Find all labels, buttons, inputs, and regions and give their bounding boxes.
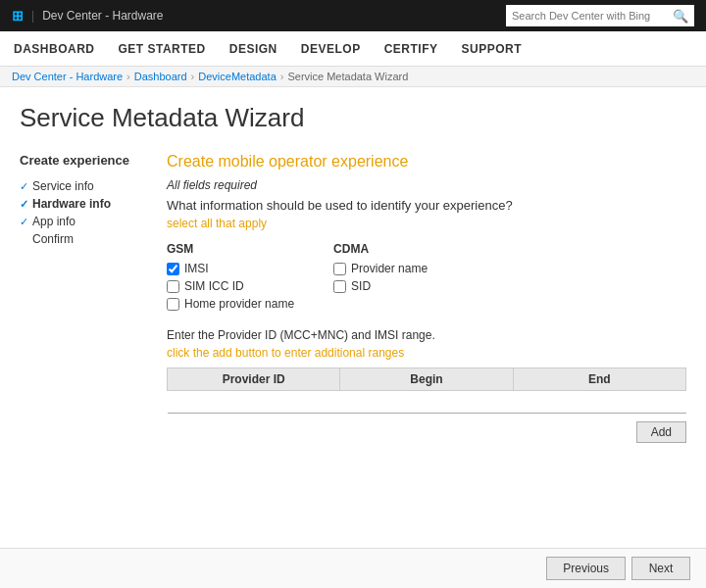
end-input[interactable]: [513, 391, 685, 414]
sidebar-label-confirm: Confirm: [32, 232, 74, 246]
nav-bar: DASHBOARD GET STARTED DESIGN DEVELOP CER…: [0, 31, 706, 67]
end-cell: [513, 391, 685, 415]
sid-label[interactable]: SID: [351, 279, 371, 293]
question-text: What information should be used to ident…: [167, 198, 686, 213]
sidebar-item-service-info[interactable]: ✓ Service info: [20, 177, 137, 195]
breadcrumb-sep2: ›: [191, 71, 195, 82]
nav-dashboard[interactable]: DASHBOARD: [12, 31, 97, 67]
col-begin: Begin: [340, 368, 513, 391]
content-layout: Create experience ✓ Service info ✓ Hardw…: [20, 153, 686, 459]
provider-table: Provider ID Begin End: [167, 368, 686, 414]
checkboxes-section: GSM IMSI SIM ICC ID Home provider name: [167, 242, 686, 315]
cdma-title: CDMA: [333, 242, 428, 256]
home-provider-label[interactable]: Home provider name: [184, 297, 294, 311]
page-title: Service Metadata Wizard: [20, 103, 686, 133]
imsi-checkbox-row: IMSI: [167, 262, 294, 275]
sidebar-item-hardware-info[interactable]: ✓ Hardware info: [20, 195, 137, 213]
sidebar-check-service-info: ✓: [20, 180, 28, 193]
table-row: [168, 391, 686, 415]
sim-icc-checkbox[interactable]: [167, 280, 179, 293]
sidebar-check-hardware-info: ✓: [20, 198, 28, 211]
top-bar-left: ⊞ | Dev Center - Hardware: [12, 8, 164, 24]
nav-certify[interactable]: CERTIFY: [382, 31, 440, 67]
page: Service Metadata Wizard Create experienc…: [0, 87, 706, 474]
sim-icc-checkbox-row: SIM ICC ID: [167, 279, 294, 293]
gsm-title: GSM: [167, 242, 294, 256]
breadcrumb-sep1: ›: [126, 71, 130, 82]
col-end: End: [513, 368, 685, 391]
begin-input[interactable]: [340, 391, 513, 414]
top-bar-title: Dev Center - Hardware: [42, 9, 163, 23]
breadcrumb: Dev Center - Hardware › Dashboard › Devi…: [0, 67, 706, 87]
fields-required: All fields required: [167, 178, 686, 192]
begin-cell: [340, 391, 513, 415]
sim-icc-label[interactable]: SIM ICC ID: [184, 279, 244, 293]
add-button-row: Add: [167, 421, 686, 443]
breadcrumb-sep3: ›: [280, 71, 284, 82]
provider-id-input[interactable]: [168, 391, 340, 414]
provider-id-text: Enter the Provider ID (MCC+MNC) and IMSI…: [167, 328, 686, 342]
select-all-link[interactable]: select all that apply: [167, 217, 686, 230]
sidebar-label-service-info: Service info: [32, 179, 94, 193]
provider-name-checkbox[interactable]: [333, 263, 346, 275]
sid-checkbox-row: SID: [333, 279, 428, 293]
sidebar-title: Create experience: [20, 153, 137, 168]
nav-support[interactable]: SUPPORT: [460, 31, 525, 67]
gsm-group: GSM IMSI SIM ICC ID Home provider name: [167, 242, 294, 315]
breadcrumb-current: Service Metadata Wizard: [287, 71, 408, 82]
nav-get-started[interactable]: GET STARTED: [117, 31, 208, 67]
cdma-group: CDMA Provider name SID: [333, 242, 428, 315]
main-content: Create mobile operator experience All fi…: [147, 153, 686, 459]
imsi-label[interactable]: IMSI: [184, 262, 209, 275]
breadcrumb-device-metadata[interactable]: DeviceMetadata: [198, 71, 277, 82]
windows-logo-icon: ⊞: [12, 8, 24, 24]
nav-design[interactable]: DESIGN: [227, 31, 279, 67]
breadcrumb-devcenter[interactable]: Dev Center - Hardware: [12, 71, 123, 82]
search-button[interactable]: 🔍: [673, 9, 688, 24]
col-provider-id: Provider ID: [168, 368, 340, 391]
sidebar-check-app-info: ✓: [20, 216, 28, 228]
breadcrumb-dashboard[interactable]: Dashboard: [134, 71, 187, 82]
search-input[interactable]: [512, 10, 669, 22]
nav-develop[interactable]: DEVELOP: [299, 31, 363, 67]
add-ranges-link[interactable]: click the add button to enter additional…: [167, 346, 686, 360]
add-button[interactable]: Add: [636, 421, 686, 443]
top-bar: ⊞ | Dev Center - Hardware 🔍: [0, 0, 706, 31]
top-bar-divider: |: [31, 9, 34, 23]
section-title: Create mobile operator experience: [167, 153, 686, 171]
sidebar: Create experience ✓ Service info ✓ Hardw…: [20, 153, 147, 459]
provider-name-checkbox-row: Provider name: [333, 262, 428, 275]
sidebar-label-hardware-info: Hardware info: [32, 197, 111, 211]
sidebar-item-confirm[interactable]: ✓ Confirm: [20, 230, 137, 248]
provider-id-cell: [168, 391, 340, 415]
sidebar-item-app-info[interactable]: ✓ App info: [20, 213, 137, 230]
sid-checkbox[interactable]: [333, 280, 346, 293]
top-bar-search[interactable]: 🔍: [506, 5, 694, 26]
sidebar-label-app-info: App info: [32, 215, 76, 228]
home-provider-checkbox[interactable]: [167, 298, 179, 311]
imsi-checkbox[interactable]: [167, 263, 179, 275]
provider-name-label[interactable]: Provider name: [351, 262, 428, 275]
home-provider-checkbox-row: Home provider name: [167, 297, 294, 311]
